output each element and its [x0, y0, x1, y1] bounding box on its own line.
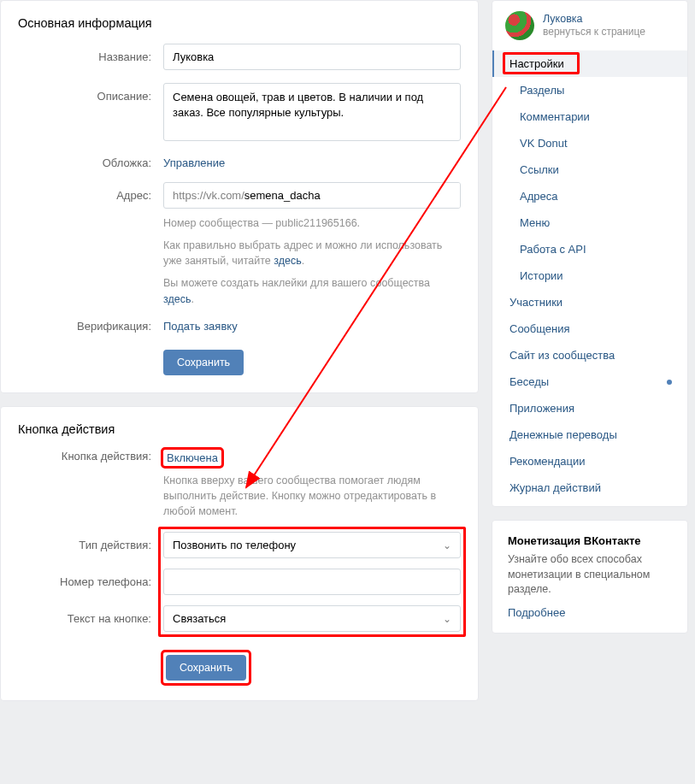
menu-item-7[interactable]: Работа с API: [492, 236, 687, 262]
menu-item-0[interactable]: Настройки: [492, 50, 687, 77]
action-button-hint: Кнопка вверху вашего сообщества помогает…: [163, 473, 461, 519]
address-label: Адрес:: [18, 182, 163, 202]
menu-item-13[interactable]: Приложения: [492, 395, 687, 421]
community-back-text: вернуться к странице: [543, 26, 645, 39]
desc-input[interactable]: [163, 83, 461, 141]
menu-item-8[interactable]: Истории: [492, 262, 687, 289]
monetize-link[interactable]: Подробнее: [508, 606, 565, 619]
menu-item-12[interactable]: Беседы: [492, 368, 687, 395]
desc-label: Описание:: [18, 83, 163, 103]
side-menu: НастройкиРазделыКомментарииVK DonutСсылк…: [492, 50, 687, 506]
community-panel: Луковка вернуться к странице НастройкиРа…: [492, 0, 688, 507]
chevron-down-icon: ⌄: [443, 613, 451, 625]
notification-dot-icon: [667, 380, 672, 385]
menu-item-2[interactable]: Комментарии: [492, 103, 687, 130]
menu-item-9[interactable]: Участники: [492, 289, 687, 315]
main-info-panel: Основная информация Название: Описание: …: [0, 0, 479, 393]
address-hint-2: Как правильно выбрать адрес и можно ли и…: [163, 238, 461, 268]
community-name: Луковка: [543, 12, 645, 26]
action-enabled-link[interactable]: Включена: [163, 450, 221, 466]
address-hint-3: Вы можете создать наклейки для вашего со…: [163, 275, 461, 306]
monetize-title: Монетизация ВКонтакте: [508, 534, 672, 547]
action-type-select[interactable]: Позвонить по телефону ⌄: [163, 532, 461, 558]
address-input-wrap: https://vk.com/: [163, 182, 461, 209]
verify-label: Верификация:: [18, 320, 163, 333]
menu-item-10[interactable]: Сообщения: [492, 315, 687, 342]
cover-label: Обложка:: [18, 156, 163, 169]
address-hint-link-1[interactable]: здесь: [274, 255, 301, 267]
address-prefix: https://vk.com/: [164, 183, 244, 208]
community-header[interactable]: Луковка вернуться к странице: [492, 1, 687, 50]
name-input[interactable]: [163, 44, 461, 70]
monetize-text: Узнайте обо всех способах монетизации в …: [508, 552, 672, 598]
main-info-header: Основная информация: [1, 1, 478, 44]
community-avatar: [505, 11, 534, 40]
name-label: Название:: [18, 44, 163, 63]
menu-item-11[interactable]: Сайт из сообщества: [492, 342, 687, 368]
menu-item-15[interactable]: Рекомендации: [492, 448, 687, 475]
cover-manage-link[interactable]: Управление: [163, 156, 225, 169]
button-text-select[interactable]: Связаться ⌄: [163, 605, 461, 632]
address-hint-1: Номер сообщества — public211965166.: [163, 215, 461, 231]
phone-label: Номер телефона:: [18, 569, 163, 588]
menu-item-14[interactable]: Денежные переводы: [492, 421, 687, 448]
menu-item-16[interactable]: Журнал действий: [492, 475, 687, 501]
menu-item-1[interactable]: Разделы: [492, 77, 687, 103]
chevron-down-icon: ⌄: [443, 539, 451, 551]
action-type-label: Тип действия:: [18, 532, 163, 551]
button-text-label: Текст на кнопке:: [18, 605, 163, 625]
verify-link[interactable]: Подать заявку: [163, 320, 238, 333]
menu-item-3[interactable]: VK Donut: [492, 130, 687, 156]
address-hint-link-2[interactable]: здесь: [163, 293, 191, 305]
menu-item-6[interactable]: Меню: [492, 209, 687, 236]
action-button-header: Кнопка действия: [1, 407, 478, 450]
action-button-panel: Кнопка действия Кнопка действия: Включен…: [0, 406, 479, 701]
save-action-button[interactable]: Сохранить: [166, 655, 246, 681]
phone-input[interactable]: [163, 569, 461, 595]
address-input[interactable]: [244, 183, 460, 208]
menu-item-5[interactable]: Адреса: [492, 183, 687, 209]
save-main-button[interactable]: Сохранить: [163, 350, 244, 375]
monetize-panel: Монетизация ВКонтакте Узнайте обо всех с…: [492, 520, 688, 634]
action-button-label: Кнопка действия:: [18, 450, 163, 463]
menu-item-4[interactable]: Ссылки: [492, 156, 687, 183]
